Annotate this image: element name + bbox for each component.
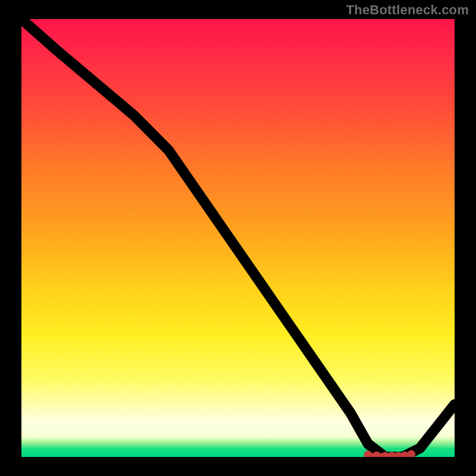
marker-dot xyxy=(388,452,396,457)
marker-dot xyxy=(364,450,372,457)
marker-dot xyxy=(407,450,415,457)
marker-dot xyxy=(400,452,409,457)
marker-dot xyxy=(394,452,402,457)
marker-group xyxy=(364,450,415,457)
plot-area xyxy=(21,19,455,457)
marker-pill xyxy=(365,453,414,457)
main-curve xyxy=(21,19,455,457)
chart-frame: TheBottleneck.com xyxy=(0,0,476,476)
marker-dot xyxy=(372,452,381,457)
marker-dot xyxy=(381,452,390,457)
attribution-text: TheBottleneck.com xyxy=(346,2,469,18)
curve-svg xyxy=(21,19,455,457)
